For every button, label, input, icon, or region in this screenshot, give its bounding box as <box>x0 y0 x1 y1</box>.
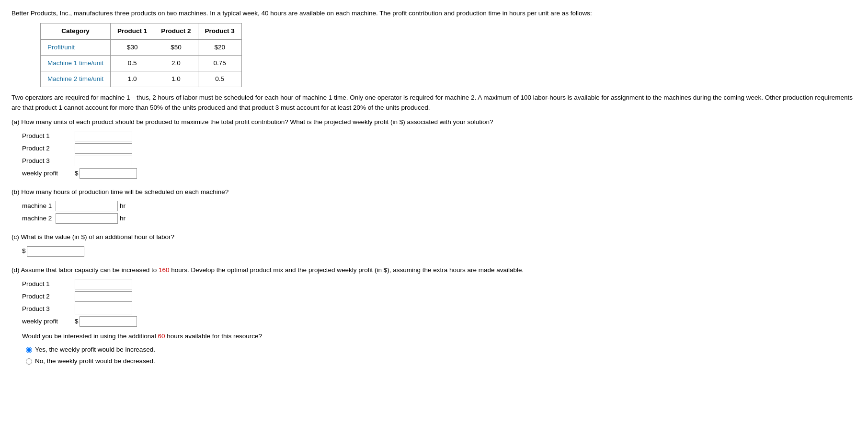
input-row-d-product2: Product 2 <box>22 291 857 302</box>
input-d-product2[interactable] <box>75 291 132 302</box>
radio-group-d: Yes, the weekly profit would be increase… <box>26 345 857 367</box>
dollar-sign-d: $ <box>75 317 79 326</box>
section-c: (c) What is the value (in $) of an addit… <box>11 232 857 256</box>
cell-category-0: Profit/unit <box>41 39 111 55</box>
label-d-profit: weekly profit <box>22 317 75 326</box>
two-ops-text: Two operators are required for machine 1… <box>11 93 857 113</box>
product-table: Category Product 1 Product 2 Product 3 P… <box>40 23 242 87</box>
radio-no-label: No, the weekly profit would be decreased… <box>35 356 155 366</box>
section-d-radio-question: Would you be interested in using the add… <box>22 332 857 341</box>
dollar-sign-a: $ <box>75 169 79 178</box>
input-row-a-product1: Product 1 <box>22 131 857 141</box>
section-d-question: (d) Assume that labor capacity can be in… <box>11 265 857 275</box>
cell-p3-1: 0.75 <box>198 55 241 71</box>
input-b-machine2[interactable] <box>56 213 118 224</box>
input-c-value[interactable] <box>27 246 84 257</box>
label-b-machine2: machine 2 <box>22 214 56 223</box>
unit-hr-1: hr <box>120 201 126 211</box>
input-row-d-profit: weekly profit $ <box>22 316 857 327</box>
input-a-profit[interactable] <box>80 168 137 179</box>
cell-p2-0: $50 <box>154 39 198 55</box>
col-header-product2: Product 2 <box>154 23 198 39</box>
col-header-product1: Product 1 <box>111 23 154 39</box>
input-row-d-product3: Product 3 <box>22 304 857 314</box>
input-row-a-product2: Product 2 <box>22 143 857 154</box>
highlight-60: 60 <box>158 332 165 340</box>
unit-hr-2: hr <box>120 214 126 223</box>
radio-row-no: No, the weekly profit would be decreased… <box>26 356 857 366</box>
section-a-question: (a) How many units of each product shoul… <box>11 117 857 127</box>
cell-p1-1: 0.5 <box>111 55 154 71</box>
label-a-product1: Product 1 <box>22 131 75 141</box>
table-row: Machine 2 time/unit 1.0 1.0 0.5 <box>41 71 242 87</box>
section-b: (b) How many hours of production time wi… <box>11 187 857 224</box>
cell-p1-0: $30 <box>111 39 154 55</box>
input-row-a-profit: weekly profit $ <box>22 168 857 179</box>
section-a: (a) How many units of each product shoul… <box>11 117 857 179</box>
radio-yes[interactable] <box>26 347 32 353</box>
cell-p2-1: 2.0 <box>154 55 198 71</box>
input-row-b-machine2: machine 2 hr <box>22 213 857 224</box>
col-header-product3: Product 3 <box>198 23 241 39</box>
radio-row-yes: Yes, the weekly profit would be increase… <box>26 345 857 355</box>
section-c-question: (c) What is the value (in $) of an addit… <box>11 232 857 242</box>
label-d-product2: Product 2 <box>22 292 75 301</box>
label-b-machine1: machine 1 <box>22 201 56 211</box>
cell-p2-2: 1.0 <box>154 71 198 87</box>
input-a-product2[interactable] <box>75 143 132 154</box>
input-row-c-value: $ <box>22 246 857 257</box>
input-d-product1[interactable] <box>75 279 132 289</box>
label-d-product3: Product 3 <box>22 304 75 314</box>
radio-yes-label: Yes, the weekly profit would be increase… <box>35 345 155 355</box>
input-row-d-product1: Product 1 <box>22 279 857 289</box>
section-d: (d) Assume that labor capacity can be in… <box>11 265 857 367</box>
radio-no[interactable] <box>26 358 32 365</box>
input-b-machine1[interactable] <box>56 201 118 211</box>
label-d-product1: Product 1 <box>22 279 75 289</box>
cell-category-2: Machine 2 time/unit <box>41 71 111 87</box>
col-header-category: Category <box>41 23 111 39</box>
section-b-question: (b) How many hours of production time wi… <box>11 187 857 197</box>
highlight-160: 160 <box>159 266 170 274</box>
input-row-a-product3: Product 3 <box>22 156 857 166</box>
input-a-product1[interactable] <box>75 131 132 141</box>
label-a-profit: weekly profit <box>22 169 75 178</box>
input-d-product3[interactable] <box>75 304 132 314</box>
input-row-b-machine1: machine 1 hr <box>22 201 857 211</box>
intro-text: Better Products, Inc., manufactures thre… <box>11 9 857 18</box>
input-a-product3[interactable] <box>75 156 132 166</box>
table-row: Profit/unit $30 $50 $20 <box>41 39 242 55</box>
cell-category-1: Machine 1 time/unit <box>41 55 111 71</box>
input-d-profit[interactable] <box>80 316 137 327</box>
dollar-sign-c: $ <box>22 246 26 256</box>
label-a-product3: Product 3 <box>22 156 75 166</box>
label-a-product2: Product 2 <box>22 144 75 153</box>
cell-p1-2: 1.0 <box>111 71 154 87</box>
cell-p3-2: 0.5 <box>198 71 241 87</box>
table-row: Machine 1 time/unit 0.5 2.0 0.75 <box>41 55 242 71</box>
cell-p3-0: $20 <box>198 39 241 55</box>
